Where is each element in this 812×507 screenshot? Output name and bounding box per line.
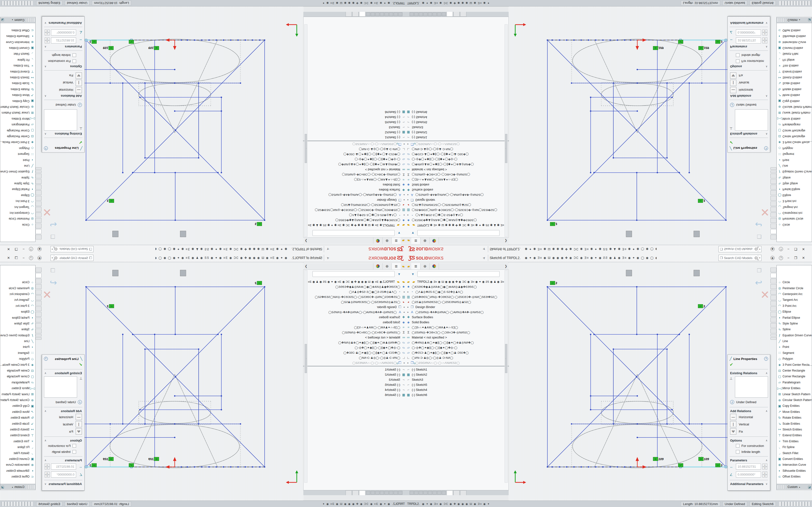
menu-item[interactable] [352, 257, 357, 259]
tree-row[interactable]: ★ ◯Є5ƏЄ✤◉♟◎ИA⊕◯◉◯⊕AИ◎♟◉✤ЄƏ5Є◯ [406, 284, 512, 289]
help-button[interactable]: ? [29, 245, 33, 253]
sketch-tool-item[interactable]: ◡ Tangent Arc [777, 297, 812, 303]
tree-row[interactable]: ≈ ◯Ʒ5◦∩✦♟AM◯◦◯MA♟✦∩◦5Ʒ◯ [406, 177, 512, 182]
collapse-icon[interactable]: ∧ [45, 95, 46, 98]
view-tool-icon[interactable] [599, 270, 605, 276]
model-tab[interactable] [352, 12, 359, 17]
sketch-tool-item[interactable]: ƒ Equation Driven Curve [0, 169, 35, 175]
collapse-icon[interactable]: ∧ [766, 439, 767, 442]
help-icon[interactable]: ? [44, 146, 48, 150]
tree-row[interactable]: ◕ ◯Ƨ5♟◎5ИNƏЄ5Ƨ◯◦◯Ƨ5ЄƏNИ5◎♟5Ƨ◯ [406, 203, 512, 208]
panel-expand-icon[interactable]: ❯ [305, 264, 307, 268]
relation-badge-parallel[interactable]: ▱ 3 [107, 304, 114, 308]
sketch-tool-item[interactable]: ◎ Perimeter Circle [777, 285, 812, 291]
command-tab[interactable] [36, 318, 42, 322]
tab-configuration-manager[interactable] [373, 263, 382, 270]
relation-badge-collinear[interactable]: ⟋ [129, 40, 134, 44]
view-tool-icon[interactable] [207, 270, 213, 276]
command-tab[interactable] [770, 207, 776, 212]
relations-list[interactable] [44, 109, 77, 131]
sketch-tool-item[interactable]: ▷◁ Mirror Entities [777, 385, 812, 391]
help-icon[interactable]: ? [44, 357, 48, 361]
command-tab[interactable] [36, 224, 42, 228]
toolbar-grip[interactable] [27, 18, 35, 22]
command-tab[interactable] [770, 295, 776, 300]
command-tab[interactable] [770, 190, 776, 195]
tree-row[interactable]: ▦ (-) Sketch6 [406, 110, 512, 115]
view-tool-icon[interactable] [606, 231, 612, 237]
menu-item[interactable] [471, 257, 476, 259]
expand-arrow-icon[interactable]: ▸ [406, 193, 410, 196]
stepper[interactable]: ▲▼ [45, 471, 50, 477]
cancel-sketch-icon[interactable]: ✕ [42, 206, 52, 219]
search-input[interactable]: Search CAD Models [57, 256, 88, 260]
option-row[interactable]: For construction [728, 443, 770, 449]
add-relation-button[interactable]: | Vertical [728, 420, 770, 428]
tree-row[interactable]: ▸ ❐ ◯Ƨ5ЄИNΛ∩◦◯◦◯◦∩ΛNИЄ5Ƨ◯ [406, 360, 512, 365]
minimize-button[interactable]: − [788, 256, 789, 260]
menu-item[interactable] [357, 248, 362, 250]
media-button[interactable] [385, 491, 389, 495]
collapse-icon[interactable]: ∧ [45, 409, 46, 412]
tree-row[interactable]: ▸ ❐ Design Binder [406, 198, 512, 203]
sketch-tool-item[interactable]: ◈ 3 Point Center Recta... [0, 362, 35, 368]
tree-row[interactable]: ≔ Material < not specified > [406, 335, 512, 340]
tab-feature-tree[interactable]: ≣ [392, 238, 401, 244]
tree-row[interactable]: ⌐ (-) Sketch5 [300, 120, 406, 125]
sketch-tool-item[interactable]: ○ Circle [777, 279, 812, 285]
view-tool-icon[interactable] [653, 231, 659, 237]
view-tool-icon[interactable] [112, 231, 118, 237]
sketch-tool-item[interactable]: ↘ Scale Entities [777, 80, 812, 86]
sketch-tool-item[interactable]: ∿ Spline [777, 175, 812, 180]
menu-item[interactable] [460, 257, 466, 259]
sketch-tool-item[interactable]: ◞ Sketch Fillet [777, 450, 812, 456]
expand-arrow-icon[interactable]: ▸ [402, 311, 406, 314]
checkbox[interactable] [736, 444, 740, 448]
menu-item[interactable] [336, 257, 341, 259]
media-button[interactable] [442, 12, 446, 16]
pin-icon[interactable]: ➤ [325, 256, 331, 260]
sketch-tool-item[interactable]: ↘ Scale Entities [0, 80, 35, 86]
sketch-tool-item[interactable]: ◖ Partial Ellipse [0, 315, 35, 320]
sketch-tool-item[interactable]: ↦ Stretch Entities [777, 427, 812, 433]
additional-parameters-header[interactable]: Additional Parameters ∨ [42, 482, 84, 486]
tree-row[interactable]: ⌐ (-) Sketch5 [406, 382, 512, 387]
expand-icon[interactable]: ∨ [45, 21, 46, 24]
tree-row[interactable]: ▸ ◔ ◯Λ♟◎✤Ƨ5◦Ɛ◯◉◯Ɛ◦5Ƨ✤◎♟Λ◯ [406, 213, 512, 218]
view-tool-icon[interactable] [214, 231, 220, 237]
media-button[interactable] [375, 491, 379, 495]
menu-item[interactable] [466, 248, 471, 250]
accept-button[interactable]: ✔ [728, 361, 770, 368]
media-button[interactable] [385, 12, 389, 16]
sketch-tool-item[interactable]: ◡ Tangent Arc [777, 204, 812, 210]
command-tab[interactable] [36, 196, 42, 201]
toolbar-grip[interactable] [27, 485, 35, 489]
command-tab[interactable] [36, 167, 42, 170]
view-tool-icon[interactable] [119, 270, 125, 276]
help-button[interactable]: ? [29, 253, 33, 262]
menu-item[interactable] [357, 257, 362, 259]
sketch-tool-item[interactable]: ∷ Segment [0, 151, 35, 157]
search-box[interactable]: ❒ Search CAD Models ▾ [718, 255, 761, 261]
headsup-view-toolbar[interactable] [592, 270, 713, 277]
additional-parameters-header[interactable]: Additional Parameters ∨ [728, 482, 770, 486]
stepper[interactable]: ▲▼ [762, 38, 767, 44]
options-header[interactable]: Options ∧ [728, 64, 770, 69]
sketch-tool-item[interactable]: ∿ Style Spline [777, 321, 812, 326]
expand-arrow-icon[interactable]: ▸ [402, 199, 406, 201]
media-button[interactable] [428, 491, 432, 495]
tree-row[interactable]: Σ ◯Ƨ5ИN◎◦✤ƆƏ≡Ɔ◯◦◯ƆƏ≡Ɔ✤◦◎NИ5Ƨ◯ [406, 330, 512, 335]
option-row[interactable]: For construction [42, 58, 84, 64]
menu-item[interactable] [341, 248, 346, 250]
sketch-tool-item[interactable]: ╱ Line [0, 338, 35, 344]
sketch-tool-item[interactable]: ⊂ Offset Entities [777, 27, 812, 33]
tree-row[interactable]: ▸ A ◯Ƨ5ИN◎◦✤A✤◎ИNA◯◦◯AИN◎✤A✤◦◎NИ5Ƨ◯ [406, 309, 512, 315]
menu-item[interactable] [455, 248, 460, 250]
view-tool-icon[interactable] [106, 270, 112, 276]
tree-row[interactable]: ▥ ◯Ƨ5✤ƏЄ5◯ИN◎◦✤ƆƏЄ5Ƨ◯◦◯Ƨ5ЄƏƆ✤◦◎NИ◯5ЄƏ✤5Ƨ… [406, 208, 512, 213]
sketch-tool-item[interactable]: ◠ 3 Point Arc [0, 303, 35, 309]
view-tool-icon[interactable] [666, 231, 672, 237]
tree-row[interactable]: ▰ ▰ TRPDL2. ◉ Ǝ≡ ◉ Ш ◉ ◉ ◉ ✤ ◉ ƆC ◉ Ǝ≡ ◉… [406, 279, 512, 284]
sketch-tool-item[interactable]: ◯ Ellipse [0, 192, 35, 198]
view-tool-icon[interactable] [687, 231, 693, 237]
